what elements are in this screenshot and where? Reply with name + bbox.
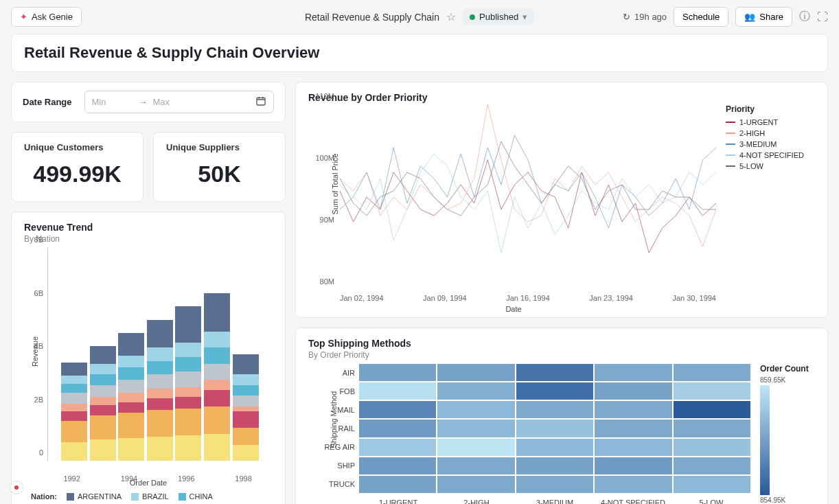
- revenue-trend-card: Revenue Trend By Nation Revenue 02B4B6B8…: [11, 211, 286, 504]
- line-yaxis: 80M90M100M110M: [308, 104, 337, 290]
- line-legend: Priority 1-URGENT2-HIGH3-MEDIUM4-NOT SPE…: [726, 104, 815, 310]
- dashboard-title-group: Retail Revenue & Supply Chain ☆ Publishe…: [305, 9, 534, 25]
- legend-item[interactable]: 1-URGENT: [726, 118, 815, 126]
- fullscreen-icon[interactable]: ⛶: [817, 11, 828, 23]
- page-title-card: Retail Revenue & Supply Chain Overview: [11, 34, 828, 72]
- line-xaxis: Jan 02, 1994Jan 09, 1994Jan 16, 1994Jan …: [340, 294, 716, 302]
- status-dot-icon: [470, 14, 475, 20]
- heat-legend-min: 854.95K: [760, 496, 815, 504]
- ask-genie-label: Ask Genie: [32, 12, 73, 22]
- info-icon[interactable]: ⓘ: [799, 10, 810, 24]
- shipping-heatmap[interactable]: Shipping Method AIRFOBMAILRAILREG AIRSHI…: [308, 364, 753, 504]
- ask-genie-button[interactable]: ✦ Ask Genie: [11, 7, 82, 27]
- legend-item[interactable]: CHINA: [179, 492, 213, 501]
- kpi-suppliers-value: 50K: [166, 157, 273, 192]
- revenue-priority-chart[interactable]: Sum of Total Price 80M90M100M110M Jan 02…: [308, 104, 719, 310]
- kpi-unique-suppliers: Unique Suppliers 50K: [153, 132, 286, 202]
- chevron-down-icon: ▾: [522, 12, 527, 22]
- legend-item[interactable]: 3-MEDIUM: [726, 140, 815, 148]
- people-icon: 👥: [744, 12, 755, 22]
- kpi-unique-customers: Unique Customers 499.99K: [11, 132, 143, 202]
- dashboard-name: Retail Revenue & Supply Chain: [305, 12, 439, 23]
- revenue-trend-chart[interactable]: Revenue 02B4B6B8B 1992199419961998 Order…: [24, 248, 273, 488]
- revenue-priority-card: Revenue by Order Priority Sum of Total P…: [295, 82, 828, 318]
- date-max-input[interactable]: [153, 97, 194, 107]
- page-title: Retail Revenue & Supply Chain Overview: [24, 44, 815, 62]
- star-icon[interactable]: ☆: [446, 10, 456, 23]
- heat-gradient-icon: [760, 385, 770, 495]
- date-range-filter: Date Range →: [11, 82, 286, 122]
- bar-yaxis: 02B4B6B8B: [24, 248, 46, 461]
- heat-legend: Order Count 859.65K 854.95K: [760, 364, 815, 504]
- revenue-trend-title: Revenue Trend: [24, 222, 273, 233]
- legend-item[interactable]: BRAZIL: [131, 492, 169, 501]
- legend-item[interactable]: 4-NOT SPECIFIED: [726, 151, 815, 159]
- heat-yaxis: AIRFOBMAILRAILREG AIRSHIPTRUCK: [308, 364, 358, 493]
- date-range-label: Date Range: [23, 97, 72, 107]
- heat-grid: [359, 364, 750, 493]
- content-wrapper: Retail Revenue & Supply Chain Overview D…: [0, 34, 839, 504]
- line-plot: [340, 104, 716, 290]
- schedule-label: Schedule: [682, 12, 720, 22]
- bar-plot: [47, 248, 270, 461]
- heat-legend-title: Order Count: [760, 364, 815, 374]
- line-legend-title: Priority: [726, 104, 815, 114]
- share-button[interactable]: 👥 Share: [735, 7, 792, 27]
- legend-nation-label: Nation:: [31, 492, 57, 501]
- calendar-icon[interactable]: [255, 95, 266, 108]
- share-label: Share: [759, 12, 783, 22]
- revenue-priority-title: Revenue by Order Priority: [308, 92, 815, 103]
- kpi-customers-value: 499.99K: [24, 157, 130, 192]
- revenue-trend-subtitle: By Nation: [24, 234, 273, 244]
- refresh-button[interactable]: ↻ 19h ago: [623, 12, 667, 22]
- arrow-right-icon: →: [139, 97, 148, 107]
- svg-rect-0: [257, 98, 265, 105]
- line-xlabel: Date: [505, 305, 521, 313]
- bar-xlabel: Order Date: [130, 479, 167, 487]
- date-min-input[interactable]: [92, 97, 133, 107]
- legend-item[interactable]: 2-HIGH: [726, 129, 815, 137]
- publish-status-badge[interactable]: Published ▾: [463, 9, 534, 25]
- sparkle-icon: ✦: [20, 12, 27, 22]
- published-label: Published: [479, 12, 518, 22]
- shipping-title: Top Shipping Methods: [308, 338, 815, 349]
- notification-indicator[interactable]: [10, 481, 23, 494]
- topbar-right: ↻ 19h ago Schedule 👥 Share ⓘ ⛶: [623, 7, 828, 27]
- refresh-age: 19h ago: [634, 12, 667, 22]
- bar-legend: Nation: ARGENTINABRAZILCHINA: [24, 492, 273, 501]
- legend-item[interactable]: ARGENTINA: [67, 492, 122, 501]
- kpi-suppliers-label: Unique Suppliers: [166, 142, 273, 152]
- shipping-methods-card: Top Shipping Methods By Order Priority S…: [295, 328, 828, 504]
- date-range-input-wrap[interactable]: →: [84, 91, 274, 113]
- topbar: ✦ Ask Genie Retail Revenue & Supply Chai…: [0, 0, 839, 34]
- kpi-customers-label: Unique Customers: [24, 142, 130, 152]
- heat-xaxis: 1-URGENT2-HIGH3-MEDIUM4-NOT SPECIFIED5-L…: [359, 499, 750, 504]
- shipping-subtitle: By Order Priority: [308, 350, 815, 360]
- schedule-button[interactable]: Schedule: [674, 7, 728, 27]
- heat-legend-max: 859.65K: [760, 376, 815, 384]
- legend-item[interactable]: 5-LOW: [726, 162, 815, 170]
- refresh-icon: ↻: [623, 12, 630, 22]
